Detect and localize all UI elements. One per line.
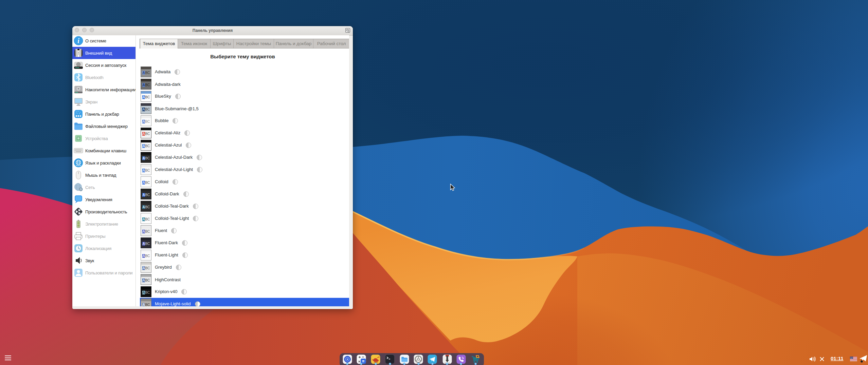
svg-text:i: i — [77, 37, 79, 44]
